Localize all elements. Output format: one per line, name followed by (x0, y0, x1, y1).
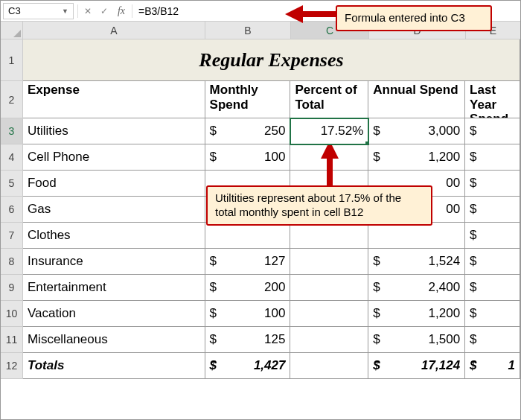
currency-value: 100 (217, 306, 285, 321)
currency-symbol: $ (470, 358, 476, 373)
fx-icon[interactable]: fx (112, 5, 130, 17)
cancel-icon[interactable]: ✕ (80, 3, 96, 19)
cell-expense[interactable]: Utilities (23, 118, 205, 144)
row-header-12[interactable]: 12 (1, 353, 23, 379)
cell-annual[interactable]: $1,200 (368, 144, 465, 171)
currency-value: 100 (217, 150, 285, 165)
select-all-triangle[interactable] (1, 22, 23, 39)
currency-symbol: $ (470, 254, 476, 269)
row-header-6[interactable]: 6 (1, 197, 23, 223)
header-monthly[interactable]: Monthly Spend (205, 81, 291, 118)
callout-explain: Utiltities represent about 17.5% of the … (206, 185, 432, 226)
cell-percent[interactable] (290, 301, 368, 327)
cell-expense[interactable]: Entertainment (23, 275, 205, 301)
cell-totals-label[interactable]: Totals (23, 353, 205, 379)
currency-symbol: $ (470, 228, 476, 243)
cell-expense[interactable]: Miscellaneous (23, 327, 205, 353)
grid[interactable]: 1Regular Expenses2ExpenseMonthly SpendPe… (1, 39, 520, 419)
cell-totals-annual[interactable]: $17,124 (368, 353, 465, 379)
separator (132, 4, 132, 18)
cell-percent[interactable] (290, 327, 368, 353)
cell-annual[interactable]: $1,500 (368, 327, 465, 353)
cell-monthly[interactable]: $100 (205, 144, 291, 171)
row-header-5[interactable]: 5 (1, 171, 23, 197)
header-percent[interactable]: Percent of Total (290, 81, 368, 118)
cell-annual[interactable]: $3,000 (368, 118, 465, 144)
currency-value: 125 (217, 332, 285, 347)
cell-expense[interactable]: Clothes (23, 223, 205, 249)
arrow-icon (327, 157, 333, 187)
currency-value: 2,400 (380, 280, 460, 295)
row-header-11[interactable]: 11 (1, 327, 23, 353)
enter-icon[interactable]: ✓ (96, 3, 112, 19)
callout-text: Utiltities represent about 17.5% of the … (215, 191, 401, 218)
cell-last[interactable]: $ (465, 249, 520, 275)
row-header-1[interactable]: 1 (1, 39, 23, 81)
arrow-icon (301, 11, 336, 17)
cell-monthly[interactable]: $127 (205, 249, 291, 275)
currency-symbol: $ (470, 306, 476, 321)
cell-expense[interactable]: Food (23, 171, 205, 197)
cell-last[interactable]: $ (465, 144, 520, 171)
currency-symbol: $ (470, 332, 476, 347)
cell-expense[interactable]: Cell Phone (23, 144, 205, 171)
cell-percent[interactable] (290, 223, 368, 249)
cell-monthly[interactable] (205, 223, 291, 249)
row-header-10[interactable]: 10 (1, 301, 23, 327)
row-header-9[interactable]: 9 (1, 275, 23, 301)
row-header-8[interactable]: 8 (1, 249, 23, 275)
cell-last[interactable]: $ (465, 275, 520, 301)
col-header-A[interactable]: A (23, 22, 205, 39)
currency-value: 127 (217, 254, 285, 269)
currency-symbol: $ (210, 358, 217, 373)
callout-formula: Formula entered into C3 (336, 5, 492, 31)
currency-value: 1,200 (380, 306, 460, 321)
currency-symbol: $ (210, 150, 217, 165)
header-expense[interactable]: Expense (23, 81, 205, 118)
cell-annual[interactable]: $1,524 (368, 249, 465, 275)
cell-percent[interactable] (290, 249, 368, 275)
row-header-3[interactable]: 3 (1, 118, 23, 144)
cell-expense[interactable]: Vacation (23, 301, 205, 327)
cell-expense[interactable]: Insurance (23, 249, 205, 275)
cell-last[interactable]: $ (465, 171, 520, 197)
currency-symbol: $ (373, 280, 380, 295)
cell-annual[interactable]: $1,200 (368, 301, 465, 327)
cell-monthly[interactable]: $200 (205, 275, 291, 301)
currency-value: 1,427 (217, 358, 285, 373)
cell-last[interactable]: $ (465, 197, 520, 223)
header-last[interactable]: Last Year Spend (465, 81, 520, 118)
cell-last[interactable]: $ (465, 301, 520, 327)
col-header-B[interactable]: B (205, 22, 291, 39)
cell-totals-percent[interactable] (290, 353, 368, 379)
chevron-down-icon[interactable]: ▼ (62, 7, 68, 15)
cell-annual[interactable]: $2,400 (368, 275, 465, 301)
header-annual[interactable]: Annual Spend (368, 81, 465, 118)
currency-symbol: $ (210, 332, 217, 347)
cell-monthly[interactable]: $250 (205, 118, 291, 144)
cell-last[interactable]: $ (465, 223, 520, 249)
cell-percent[interactable]: 17.52% (290, 118, 368, 144)
cell-annual[interactable] (368, 223, 465, 249)
currency-symbol: $ (373, 332, 380, 347)
page-title[interactable]: Regular Expenses (23, 39, 520, 81)
name-box[interactable]: C3 ▼ (3, 3, 74, 19)
row-header-4[interactable]: 4 (1, 144, 23, 171)
cell-monthly[interactable]: $125 (205, 327, 291, 353)
cell-totals-last[interactable]: $1 (465, 353, 520, 379)
row-header-7[interactable]: 7 (1, 223, 23, 249)
cell-totals-monthly[interactable]: $1,427 (205, 353, 291, 379)
currency-symbol: $ (210, 280, 217, 295)
currency-symbol: $ (470, 202, 476, 217)
cell-expense[interactable]: Gas (23, 197, 205, 223)
separator (77, 4, 78, 18)
cell-percent[interactable] (290, 275, 368, 301)
row-header-2[interactable]: 2 (1, 81, 23, 118)
currency-symbol: $ (373, 306, 380, 321)
currency-symbol: $ (470, 280, 476, 295)
cell-last[interactable]: $ (465, 327, 520, 353)
currency-symbol: $ (373, 254, 380, 269)
currency-symbol: $ (210, 306, 217, 321)
cell-monthly[interactable]: $100 (205, 301, 291, 327)
cell-last[interactable]: $ (465, 118, 520, 144)
